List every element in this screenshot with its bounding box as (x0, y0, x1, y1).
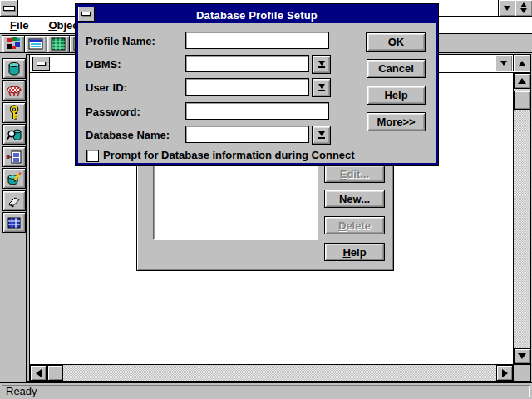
child-minimize-icon (500, 61, 507, 66)
grid-icon (6, 214, 22, 231)
child-maximize-button[interactable] (513, 55, 530, 71)
edit-button[interactable]: Edit... (324, 165, 385, 183)
scroll-down-icon (518, 353, 526, 359)
vertical-scroll-thumb[interactable] (514, 91, 530, 110)
user-id-label: User ID: (86, 81, 127, 94)
system-menu-icon (3, 6, 15, 11)
minimize-icon (504, 6, 510, 11)
scroll-right-icon (502, 369, 508, 377)
table-icon (6, 82, 22, 99)
dialog-system-menu-icon (81, 12, 91, 16)
index-icon (6, 149, 22, 165)
minimize-button[interactable] (498, 0, 515, 16)
datawindow-painter-icon (50, 36, 66, 52)
application-painter-button[interactable] (2, 35, 25, 53)
window-painter-button[interactable] (24, 35, 47, 53)
database-name-input[interactable] (185, 126, 309, 143)
user-id-input[interactable] (185, 78, 309, 96)
database-profile-setup-dialog: Database Profile Setup Profile Name: DBM… (75, 3, 439, 166)
more-button[interactable]: More>> (367, 112, 426, 131)
cancel-button[interactable]: Cancel (367, 59, 426, 78)
status-text: Ready (2, 385, 530, 397)
preview-data-button[interactable] (2, 124, 26, 145)
drop-button[interactable] (2, 190, 26, 211)
system-menu-button[interactable] (0, 0, 18, 16)
scroll-down-button[interactable] (514, 348, 530, 364)
scrollbar-corner (513, 364, 530, 381)
edit-data-button[interactable] (2, 168, 26, 189)
prompt-checkbox-label: Prompt for Database information during C… (103, 149, 355, 161)
dialog-titlebar[interactable]: Database Profile Setup (78, 7, 436, 23)
dbms-dropdown-button[interactable] (312, 55, 331, 74)
child-minimize-button[interactable] (495, 55, 512, 71)
table-button[interactable] (2, 80, 26, 101)
child-system-menu-icon (37, 62, 46, 66)
profile-name-input[interactable] (185, 32, 329, 49)
vertical-scrollbar[interactable] (513, 73, 530, 364)
menu-file[interactable]: File (0, 17, 38, 33)
profile-name-label: Profile Name: (86, 35, 155, 47)
dropdown-arrow-icon (318, 61, 325, 68)
ok-button[interactable]: OK (367, 32, 426, 52)
child-system-menu-button[interactable] (32, 57, 50, 71)
window-painter-icon (27, 36, 44, 52)
restore-down-icon (520, 8, 527, 13)
primary-key-icon (6, 105, 22, 121)
database-name-dropdown-button[interactable] (312, 126, 331, 145)
tables-icon (6, 61, 22, 77)
help-button[interactable]: Help (367, 86, 426, 105)
scroll-right-button[interactable] (496, 365, 513, 381)
eraser-icon (6, 193, 22, 209)
restore-button[interactable] (515, 0, 532, 16)
database-name-label: Database Name: (86, 129, 170, 141)
scroll-up-button[interactable] (514, 73, 530, 89)
new-button[interactable]: New... (324, 190, 385, 208)
tables-button[interactable] (2, 58, 26, 79)
prompt-checkbox[interactable] (86, 150, 99, 162)
scroll-left-icon (36, 369, 42, 377)
password-label: Password: (86, 106, 140, 118)
primary-key-button[interactable] (2, 102, 26, 123)
user-id-dropdown-button[interactable] (312, 78, 331, 97)
application-painter-icon (5, 36, 22, 52)
delete-button[interactable]: Delete (324, 216, 385, 234)
dropdown-arrow-icon (318, 131, 325, 139)
scroll-left-button[interactable] (30, 365, 47, 381)
child-maximize-icon (519, 61, 525, 66)
dialog-system-menu-button[interactable] (78, 7, 95, 22)
dbms-input[interactable] (185, 55, 309, 72)
edit-data-icon (6, 170, 22, 187)
password-input[interactable] (185, 102, 329, 120)
scroll-up-icon (518, 78, 526, 84)
grid-button[interactable] (2, 212, 26, 233)
index-button[interactable] (2, 146, 26, 167)
dialog-title: Database Profile Setup (78, 9, 436, 22)
profiles-help-button[interactable]: Help (324, 243, 385, 261)
restore-up-icon (520, 2, 527, 7)
datawindow-painter-button[interactable] (47, 35, 70, 53)
status-bar: Ready (0, 382, 532, 399)
dbms-label: DBMS: (86, 58, 121, 71)
dropdown-arrow-icon (318, 84, 325, 91)
preview-data-icon (6, 126, 22, 143)
horizontal-scroll-thumb[interactable] (47, 365, 63, 381)
horizontal-scrollbar[interactable] (30, 364, 513, 381)
